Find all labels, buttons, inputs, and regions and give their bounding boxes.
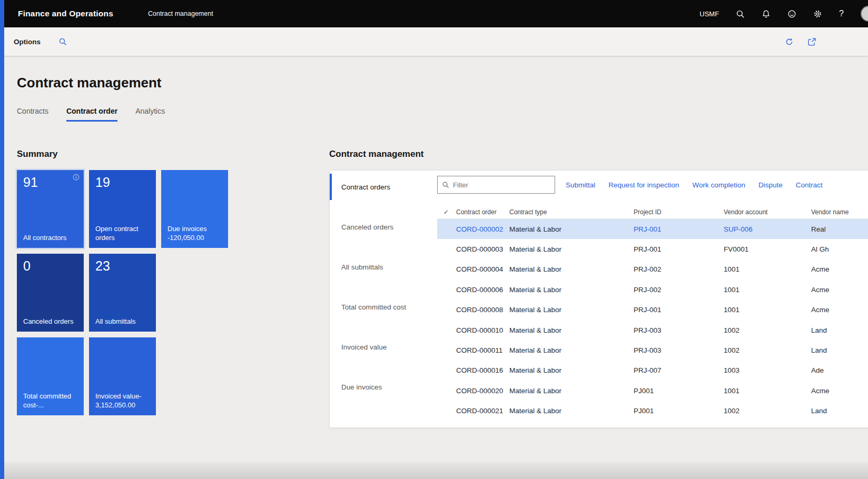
help-icon[interactable]: ? [839,9,844,18]
summary-tile-all-submittals[interactable]: 23All submittals [89,254,156,332]
panel-nav-all-submittals[interactable]: All submittals [330,254,433,280]
table-row-cord-000002[interactable]: CORD-000002Material & LaborPRJ-001SUP-00… [437,219,868,239]
filter-input[interactable] [453,181,550,189]
table-row-cord-000010[interactable]: CORD-000010Material & LaborPRJ-0031002La… [437,320,868,340]
summary-tile-all-contractors[interactable]: 91All contractors [17,170,84,248]
tile-value: 0 [23,258,77,274]
cell-project-id[interactable]: PRJ-001 [634,225,724,233]
cell-vendor-name: Acme [811,265,868,273]
column-header-vendor-name[interactable]: Vendor name [811,208,868,216]
cell-contract-type: Material & Labor [509,407,634,415]
tab-contract-order[interactable]: Contract order [66,107,117,122]
notifications-bell-icon[interactable] [762,9,771,18]
action-contract[interactable]: Contract [796,181,823,189]
tile-label: Open contract orders [95,224,150,243]
action-dispute[interactable]: Dispute [758,181,783,189]
cell-project-id: PJ001 [634,387,724,395]
breadcrumb[interactable]: Contract management [148,10,213,17]
search-icon[interactable] [736,9,745,18]
panel-heading: Contract management [329,149,868,159]
cell-vendor-account: 1003 [724,366,811,374]
panel-nav-due-invoices[interactable]: Due invoices [330,374,433,400]
page-content: Contract management ContractsContract or… [4,75,868,428]
panel-nav-contract-orders[interactable]: Contract orders [330,174,433,200]
cell-project-id: PJ001 [634,407,724,415]
tile-label: Invoiced value- 3,152,050.00 [95,392,150,410]
cell-vendor-account[interactable]: SUP-006 [724,225,811,233]
top-bar-right: USMF ? [699,6,868,22]
cell-contract-order[interactable]: CORD-000003 [456,245,509,253]
settings-gear-icon[interactable] [813,9,822,18]
tab-analytics[interactable]: Analytics [135,107,165,122]
feedback-smiley-icon[interactable] [787,9,796,18]
cell-contract-order[interactable]: CORD-000002 [456,225,509,233]
top-bar: Finance and Operations Contract manageme… [4,0,868,27]
column-header-contract-type[interactable]: Contract type [509,208,634,216]
action-search-icon[interactable] [58,37,67,46]
table-row-cord-000020[interactable]: CORD-000020Material & LaborPJ0011001Acme [437,381,868,401]
cell-contract-order[interactable]: CORD-000010 [456,326,509,334]
info-icon[interactable] [73,174,80,181]
cell-contract-order[interactable]: CORD-000011 [456,346,509,354]
tile-top: 23 [95,258,150,274]
cell-contract-order[interactable]: CORD-000021 [456,407,509,415]
cell-project-id: PRJ-007 [634,366,724,374]
panel-nav-total-committed-cost[interactable]: Total committed cost [330,294,433,320]
cell-contract-order[interactable]: CORD-000016 [456,366,509,374]
cell-contract-order[interactable]: CORD-000008 [456,306,509,314]
column-header-contract-order[interactable]: Contract order [456,208,509,216]
summary-section: Summary 91All contractors19Open contract… [17,149,246,428]
cell-contract-type: Material & Labor [509,265,634,273]
app-root: Finance and Operations Contract manageme… [4,0,868,428]
table-row-cord-000008[interactable]: CORD-000008Material & LaborPRJ-0011001Ac… [437,300,868,320]
cell-vendor-name: Acme [811,387,868,395]
options-menu[interactable]: Options [14,38,41,46]
cell-vendor-account: 1001 [724,306,811,314]
cell-contract-order[interactable]: CORD-000006 [456,286,509,294]
summary-tile-total-committed-cost[interactable]: Total committed cost-... [17,337,84,415]
tile-label: All contractors [23,233,77,243]
cell-contract-order[interactable]: CORD-000020 [456,387,509,395]
table-row-cord-000006[interactable]: CORD-000006Material & LaborPRJ-0021001Ac… [437,280,868,300]
refresh-icon[interactable] [785,37,794,46]
column-header-project-id[interactable]: Project ID [634,208,724,216]
cell-vendor-account: 1001 [724,286,811,294]
summary-tile-open-contract-orders[interactable]: 19Open contract orders [89,170,156,248]
table-row-cord-000021[interactable]: CORD-000021Material & LaborPJ0011002Land [437,401,868,421]
grid-header: ✓Contract orderContract typeProject IDVe… [437,205,868,219]
cell-vendor-name: Land [811,326,868,334]
cell-contract-type: Material & Labor [509,387,634,395]
table-row-cord-000003[interactable]: CORD-000003Material & LaborPRJ-001FV0001… [437,239,868,259]
avatar[interactable] [861,6,868,22]
column-header-vendor-account[interactable]: Vendor account [724,208,811,216]
cell-project-id: PRJ-001 [634,245,724,253]
tile-label: Total committed cost-... [23,392,77,410]
filter-box[interactable] [437,176,555,194]
summary-tile-canceled-orders[interactable]: 0Canceled orders [17,254,84,332]
cell-vendor-name: Land [811,346,868,354]
app-title[interactable]: Finance and Operations [18,9,113,18]
open-in-new-window-icon[interactable] [807,37,816,46]
table-row-cord-000004[interactable]: CORD-000004Material & LaborPRJ-0021001Ac… [437,260,868,280]
tile-top: 91 [23,175,77,190]
panel-nav-invoiced-value[interactable]: Invoiced value [330,334,433,360]
panel-nav-canceled-orders[interactable]: Canceled orders [330,214,433,240]
tab-contracts[interactable]: Contracts [17,107,48,122]
tile-top: 19 [95,175,150,190]
action-request-for-inspection[interactable]: Request for inspection [608,181,679,189]
cell-contract-order[interactable]: CORD-000004 [456,265,509,273]
cell-vendor-account: FV0001 [724,245,811,253]
table-row-cord-000011[interactable]: CORD-000011Material & LaborPRJ-0031002La… [437,340,868,360]
summary-tile-due-invoices-120-050-00[interactable]: Due invoices -120,050.00 [161,170,228,248]
action-submittal[interactable]: Submittal [566,181,595,189]
action-work-completion[interactable]: Work completion [693,181,745,189]
filter-search-icon [442,181,449,188]
table-row-cord-000016[interactable]: CORD-000016Material & LaborPRJ-0071003Ad… [437,361,868,381]
company-picker[interactable]: USMF [699,10,719,18]
tile-label: Due invoices -120,050.00 [167,224,222,243]
summary-tile-invoiced-value-3-152-050-00[interactable]: Invoiced value- 3,152,050.00 [89,337,156,415]
left-nav-strip[interactable] [0,0,4,479]
bottom-edge [4,462,868,479]
select-all-checkmark-icon[interactable]: ✓ [437,208,456,216]
summary-heading: Summary [17,149,246,159]
